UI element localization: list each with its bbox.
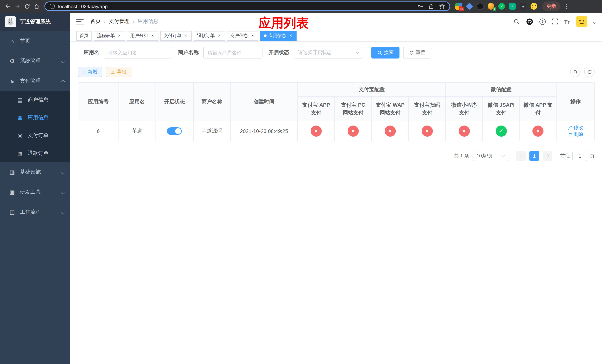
col-header-create-time: 创建时间	[230, 82, 298, 121]
next-page-button[interactable]	[543, 151, 552, 161]
forward-icon[interactable]	[13, 1, 22, 11]
status-select[interactable]: 请选择开启状态	[294, 47, 363, 58]
sidebar-item-label: 支付管理	[20, 78, 41, 85]
prev-page-button[interactable]	[516, 151, 526, 161]
status-switch[interactable]	[167, 127, 182, 135]
sidebar-item-infra[interactable]: ▥ 基础设施	[0, 162, 70, 182]
sidebar-item-refund-order[interactable]: ▧ 退款订单	[0, 144, 70, 162]
goto-page-input[interactable]	[572, 151, 587, 161]
breadcrumb-item[interactable]: 支付管理	[109, 18, 129, 25]
yen-icon: ¥	[8, 78, 16, 84]
site-info-icon[interactable]: i	[50, 4, 55, 9]
extension-dark-square-icon[interactable]: ◆	[520, 3, 527, 10]
page-content: 应用名 商户名称 开启状态 请选择开启状态 搜索 重置	[70, 42, 602, 364]
tab-refund-order[interactable]: 退款订单 ×	[194, 31, 225, 41]
chrome-update-button[interactable]: 更新	[542, 1, 560, 11]
github-icon[interactable]	[526, 18, 533, 25]
sidebar-item-home[interactable]: ⌂ 首页	[0, 31, 70, 51]
app-logo[interactable]: 芋道管理系统	[0, 13, 70, 31]
home-icon[interactable]	[32, 1, 42, 11]
back-icon[interactable]	[3, 1, 13, 11]
sidebar-item-workflow[interactable]: ◫ 工作流程	[0, 202, 70, 222]
tab-label: 商户信息	[230, 32, 248, 39]
close-icon[interactable]: ×	[288, 33, 293, 38]
cell-wechat-app: ×	[520, 121, 557, 141]
sidebar-item-label: 工作流程	[20, 209, 41, 215]
refund-icon: ▧	[16, 150, 24, 157]
bookmark-star-icon[interactable]	[439, 3, 445, 9]
chevron-down-icon[interactable]	[593, 18, 596, 25]
sidebar-item-pay-order[interactable]: ◉ 支付订单	[0, 127, 70, 144]
font-size-icon[interactable]: TT	[564, 19, 570, 24]
tab-process-form[interactable]: 流程表单 ×	[94, 31, 125, 41]
password-key-icon[interactable]	[417, 3, 423, 9]
breadcrumb: 首页 / 支付管理 / 应用信息	[90, 18, 159, 25]
extension-blocks-icon[interactable]: 10	[455, 3, 462, 10]
logo-avatar	[5, 16, 16, 27]
search-icon[interactable]	[513, 18, 520, 25]
tab-merchant-info[interactable]: 商户信息 ×	[227, 31, 258, 41]
profile-avatar-icon[interactable]	[531, 3, 537, 10]
col-header-status: 开启状态	[156, 82, 194, 121]
active-dot	[264, 34, 267, 37]
browser-menu-icon[interactable]: ⋮	[564, 3, 569, 9]
extension-dark-circle-icon[interactable]	[477, 3, 484, 10]
close-icon[interactable]: ×	[250, 33, 255, 38]
application-window: i localhost:1024/pay/app 10 1	[0, 0, 602, 364]
sidebar-item-label: 首页	[20, 38, 30, 44]
add-button[interactable]: + 新增	[78, 67, 102, 77]
tools-icon: ▣	[8, 189, 16, 195]
close-icon[interactable]: ×	[216, 33, 222, 38]
col-header-alipay-wap: 支付宝 WAP 网站支付	[372, 96, 409, 121]
app-name-input[interactable]	[104, 47, 172, 58]
breadcrumb-item[interactable]: 首页	[90, 18, 101, 25]
page-size-select[interactable]: 10条/页	[473, 151, 508, 161]
help-icon[interactable]: ?	[539, 18, 546, 25]
fullscreen-icon[interactable]	[552, 19, 558, 24]
sidebar-item-merchant-info[interactable]: ▤ 商户信息	[0, 91, 70, 109]
tab-app-info[interactable]: 应用信息 ×	[260, 31, 297, 41]
edit-button[interactable]: 修改	[568, 124, 583, 131]
tab-pay-order[interactable]: 支付订单 ×	[160, 31, 192, 41]
cell-alipay-pc: ×	[335, 121, 372, 141]
close-icon[interactable]: ×	[183, 33, 188, 38]
delete-button[interactable]: 删除	[568, 131, 583, 138]
sidebar-item-app-info[interactable]: ▦ 应用信息	[0, 109, 70, 127]
reload-icon[interactable]	[22, 1, 32, 11]
merchant-name-input[interactable]	[203, 47, 262, 58]
col-group-wechat: 微信配置	[446, 82, 557, 96]
cell-actions: 修改 删除	[557, 121, 594, 141]
search-button[interactable]: 搜索	[371, 47, 399, 58]
tab-label: 流程表单	[97, 32, 115, 39]
tab-home[interactable]: 首页	[76, 31, 92, 41]
sidebar-item-system[interactable]: ⚙ 系统管理	[0, 51, 70, 71]
cell-wechat-jsapi: ✓	[483, 121, 520, 141]
user-avatar[interactable]	[576, 16, 587, 27]
refresh-button[interactable]	[584, 67, 595, 77]
extensions-area: 10 1 ✓ ≡ ◆	[455, 3, 537, 10]
reset-button[interactable]: 重置	[403, 47, 431, 58]
share-icon[interactable]	[428, 3, 434, 9]
extension-green-circle-icon[interactable]: ✓	[498, 3, 505, 10]
url-text[interactable]: localhost:1024/pay/app	[58, 3, 108, 9]
close-icon[interactable]: ×	[150, 33, 155, 38]
col-header-app-id: 应用编号	[78, 82, 119, 121]
app-table: 应用编号 应用名 开启状态 商户名称 创建时间 支付宝配置 微信配置 操作 支付…	[78, 82, 595, 141]
export-button[interactable]: 导出	[106, 67, 131, 77]
extension-gem-icon[interactable]	[466, 3, 473, 10]
sidebar: 芋道管理系统 ⌂ 首页 ⚙ 系统管理 ¥ 支付管理	[0, 13, 70, 364]
extension-green-square-icon[interactable]: ≡	[509, 3, 516, 10]
extension-avatar-icon[interactable]: 1	[488, 3, 494, 10]
tab-user-group[interactable]: 用户分组 ×	[127, 31, 159, 41]
sidebar-item-payment[interactable]: ¥ 支付管理	[0, 71, 70, 91]
address-bar[interactable]: i localhost:1024/pay/app	[44, 1, 450, 11]
toggle-search-button[interactable]	[570, 67, 580, 77]
sidebar-item-dev-tools[interactable]: ▣ 研发工具	[0, 182, 70, 202]
fail-status-icon: ×	[459, 125, 470, 137]
app-title: 芋道管理系统	[20, 19, 51, 25]
page-number-button[interactable]: 1	[529, 151, 539, 161]
fail-status-icon: ×	[311, 125, 322, 137]
sidebar-item-label: 研发工具	[20, 189, 41, 195]
collapse-menu-icon[interactable]	[76, 19, 84, 24]
close-icon[interactable]: ×	[117, 33, 122, 38]
